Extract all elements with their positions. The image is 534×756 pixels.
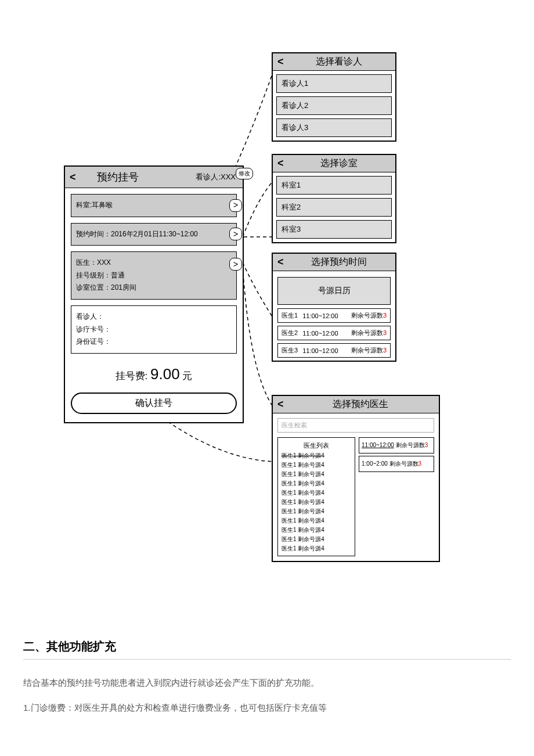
back-icon[interactable]: <	[277, 398, 284, 411]
slot-doc: 医生3	[282, 346, 298, 355]
panel-title: 选择预约时间	[287, 256, 391, 268]
slot-remain-label: 剩余号源数	[351, 312, 383, 319]
patient-l2: 诊疗卡号：	[76, 323, 232, 336]
slot-doc: 医生1	[282, 311, 298, 320]
article-section: 二、其他功能扩充 结合基本的预约挂号功能患者进入到院内进行就诊还会产生下面的扩充…	[0, 615, 534, 747]
intro-paragraph: 结合基本的预约挂号功能患者进入到院内进行就诊还会产生下面的扩充功能。	[23, 675, 511, 692]
back-icon[interactable]: <	[70, 171, 76, 183]
panel-header: < 选择预约时间	[273, 254, 395, 271]
select-dept-panel: < 选择诊室 科室1 科室2 科室3	[272, 154, 396, 243]
time-option[interactable]: 11:00~12:00 剩余号源数3	[359, 437, 434, 453]
fee-label: 挂号费:	[116, 370, 148, 381]
list-item[interactable]: 医生1 剩余号源4	[280, 479, 352, 488]
slot-doc: 医生2	[282, 329, 298, 337]
doctor-line: 医生：XXX	[76, 257, 232, 269]
list-item[interactable]: 医生1 剩余号源4	[280, 460, 352, 470]
panel-title: 选择看诊人	[287, 56, 391, 68]
list-item[interactable]: 看诊人2	[276, 96, 392, 115]
time-text: 预约时间：2016年2月01日11:30~12:00	[76, 230, 198, 238]
fee-amount: 9.00	[150, 365, 180, 383]
dept-block[interactable]: 科室:耳鼻喉 >	[71, 194, 237, 217]
calendar-box[interactable]: 号源日历	[277, 277, 391, 305]
fee-row: 挂号费: 9.00 元	[65, 359, 243, 393]
chevron-right-icon[interactable]: >	[229, 199, 242, 212]
patient-l3: 身份证号：	[76, 336, 232, 348]
panel-title: 选择诊室	[287, 157, 391, 170]
list-item[interactable]: 医生1 剩余号源4	[280, 525, 352, 535]
panel-header: < 选择预约医生	[273, 396, 439, 413]
patient-info-block: 看诊人： 诊疗卡号： 身份证号：	[71, 305, 237, 354]
list-item[interactable]: 医生1 剩余号源4	[280, 535, 352, 544]
select-patient-panel: < 选择看诊人 看诊人1 看诊人2 看诊人3	[272, 52, 396, 142]
time-slot[interactable]: 医生3 11:00~12:00 剩余号源数3	[277, 343, 391, 358]
list-item[interactable]: 医生1 剩余号源4	[280, 488, 352, 498]
list-item[interactable]: 医生1 剩余号源4	[280, 451, 352, 460]
list-item-1: 1.门诊缴费：对医生开具的处方和检查单进行缴费业务，也可包括医疗卡充值等	[23, 700, 511, 717]
booking-panel: < 预约挂号 看诊人:XXX 修改 科室:耳鼻喉 > 预约时间：2016年2月0…	[64, 165, 244, 423]
slot-remain-label: 剩余号源数	[351, 329, 383, 336]
list-item[interactable]: 医生1 剩余号源4	[280, 498, 352, 507]
slot-time: 11:00~12:00	[302, 312, 338, 319]
doctor-list: 医生列表 医生1 剩余号源4 医生1 剩余号源4 医生1 剩余号源4 医生1 剩…	[277, 437, 355, 556]
section-heading: 二、其他功能扩充	[23, 639, 511, 660]
doctor-block[interactable]: 医生：XXX 挂号级别：普通 诊室位置：201房间 >	[71, 251, 237, 300]
slot-time: 11:00~12:00	[302, 347, 338, 354]
time-text: 11:00~12:00	[362, 442, 394, 448]
slot-remain-label: 剩余号源数	[351, 347, 383, 354]
current-patient: 看诊人:XXX	[196, 172, 236, 182]
remain-label: 剩余号源数	[396, 442, 425, 448]
back-icon[interactable]: <	[277, 56, 284, 68]
confirm-button[interactable]: 确认挂号	[71, 393, 237, 414]
doctor-content: 医生列表 医生1 剩余号源4 医生1 剩余号源4 医生1 剩余号源4 医生1 剩…	[277, 437, 434, 556]
slot-remain: 3	[383, 347, 387, 354]
list-item[interactable]: 科室2	[276, 198, 392, 217]
time-option[interactable]: 1:00~2:00 剩余号源数3	[359, 456, 434, 472]
select-time-panel: < 选择预约时间 号源日历 医生1 11:00~12:00 剩余号源数3 医生2…	[272, 253, 396, 362]
slot-remain: 3	[383, 329, 387, 336]
back-icon[interactable]: <	[277, 157, 284, 170]
search-input[interactable]: 医生检索	[277, 418, 434, 433]
doctor-list-title: 医生列表	[280, 440, 352, 451]
list-item[interactable]: 科室1	[276, 176, 392, 195]
time-text: 1:00~2:00	[362, 460, 388, 467]
back-icon[interactable]: <	[277, 256, 284, 268]
remain-label: 剩余号源数	[389, 460, 418, 467]
list-item[interactable]: 医生1 剩余号源4	[280, 516, 352, 525]
modify-button[interactable]: 修改	[236, 168, 253, 179]
chevron-right-icon[interactable]: >	[229, 228, 242, 240]
chevron-right-icon[interactable]: >	[229, 258, 242, 271]
list-item[interactable]: 看诊人3	[276, 118, 392, 137]
panel-header: < 选择看诊人	[273, 53, 395, 71]
remain: 3	[425, 442, 428, 448]
panel-title: 选择预约医生	[287, 398, 434, 411]
dept-text: 科室:耳鼻喉	[76, 201, 113, 209]
level-line: 挂号级别：普通	[76, 269, 232, 282]
list-item[interactable]: 看诊人1	[276, 74, 392, 93]
remain: 3	[418, 460, 422, 467]
panel-header: < 选择诊室	[273, 155, 395, 172]
booking-header: < 预约挂号 看诊人:XXX 修改	[65, 167, 243, 188]
patient-l1: 看诊人：	[76, 311, 232, 323]
select-doctor-panel: < 选择预约医生 医生检索 医生列表 医生1 剩余号源4 医生1 剩余号源4 医…	[272, 395, 440, 562]
time-slot[interactable]: 医生1 11:00~12:00 剩余号源数3	[277, 308, 391, 323]
room-line: 诊室位置：201房间	[76, 282, 232, 294]
slot-remain: 3	[383, 312, 387, 319]
list-item[interactable]: 医生1 剩余号源4	[280, 470, 352, 479]
page-title: 预约挂号	[97, 170, 139, 184]
time-block[interactable]: 预约时间：2016年2月01日11:30~12:00 >	[71, 223, 237, 246]
time-slot[interactable]: 医生2 11:00~12:00 剩余号源数3	[277, 326, 391, 340]
slot-time: 11:00~12:00	[302, 330, 338, 337]
list-item[interactable]: 医生1 剩余号源4	[280, 544, 352, 553]
doctor-time-list: 11:00~12:00 剩余号源数3 1:00~2:00 剩余号源数3	[359, 437, 434, 556]
list-item[interactable]: 科室3	[276, 220, 392, 239]
fee-unit: 元	[182, 370, 192, 381]
list-item[interactable]: 医生1 剩余号源4	[280, 507, 352, 516]
